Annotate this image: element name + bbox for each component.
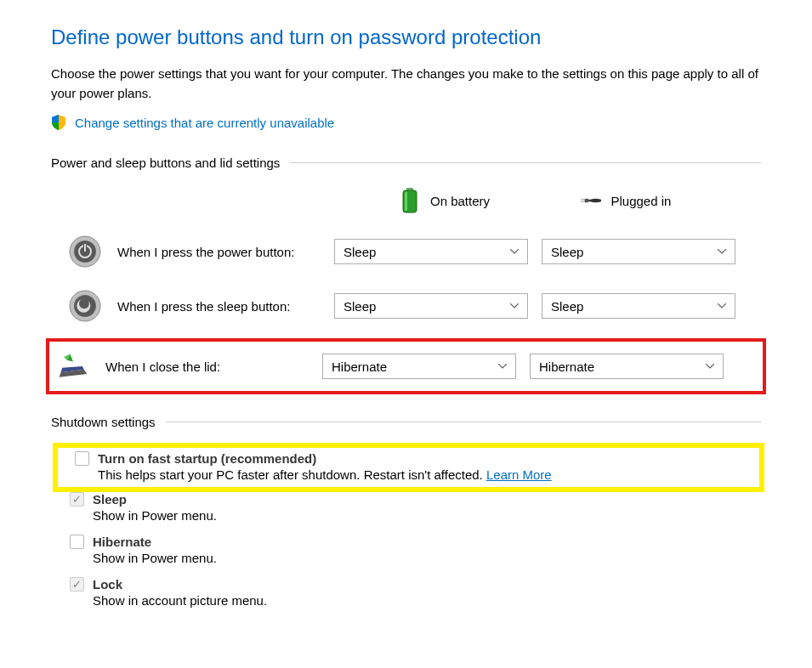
sleep-checkbox[interactable]: ✓ — [70, 492, 84, 507]
chevron-down-icon — [706, 364, 714, 369]
learn-more-link[interactable]: Learn More — [486, 467, 552, 482]
chevron-down-icon — [510, 303, 519, 309]
on-battery-label: On battery — [430, 194, 490, 208]
select-value: Hibernate — [539, 359, 594, 374]
svg-rect-3 — [584, 199, 588, 203]
select-value: Sleep — [551, 299, 583, 314]
select-value: Hibernate — [332, 359, 387, 374]
sleep-label: Sleep — [93, 492, 127, 507]
chevron-down-icon — [510, 249, 519, 254]
svg-rect-2 — [405, 192, 407, 211]
chevron-down-icon — [498, 364, 507, 369]
power-button-label: When I press the power button: — [117, 245, 334, 259]
change-settings-link-row[interactable]: Change settings that are currently unava… — [51, 115, 761, 130]
power-button-plugged-select[interactable]: Sleep — [542, 239, 735, 264]
power-button-row: When I press the power button: Sleep Sle… — [51, 235, 761, 269]
power-button-icon — [68, 235, 102, 269]
fast-startup-checkbox[interactable] — [75, 451, 89, 466]
fast-startup-highlight: Turn on fast startup (recommended) This … — [56, 446, 761, 489]
shutdown-item-sleep: ✓ Sleep Show in Power menu. — [51, 492, 761, 523]
lock-checkbox[interactable]: ✓ — [70, 577, 84, 592]
hibernate-label: Hibernate — [93, 535, 151, 549]
section-title-power: Power and sleep buttons and lid settings — [51, 156, 290, 170]
shutdown-item-lock: ✓ Lock Show in account picture menu. — [51, 577, 761, 608]
hibernate-checkbox[interactable] — [70, 535, 84, 549]
lock-label: Lock — [93, 577, 122, 592]
shutdown-section-header: Shutdown settings — [51, 415, 761, 429]
change-settings-link[interactable]: Change settings that are currently unava… — [75, 116, 334, 130]
plugged-in-label: Plugged in — [611, 194, 672, 208]
sleep-desc: Show in Power menu. — [93, 508, 761, 523]
shield-icon — [51, 115, 66, 130]
lock-desc: Show in account picture menu. — [93, 593, 761, 608]
close-lid-row: When I close the lid: Hibernate Hibernat… — [51, 343, 761, 389]
page-subtitle: Choose the power settings that you want … — [51, 65, 761, 103]
divider-line — [290, 162, 761, 163]
sleep-button-icon — [68, 289, 102, 323]
close-lid-plugged-select[interactable]: Hibernate — [530, 354, 724, 379]
select-value: Sleep — [344, 299, 376, 314]
power-sleep-section-header: Power and sleep buttons and lid settings — [51, 156, 761, 170]
close-lid-battery-select[interactable]: Hibernate — [322, 354, 516, 379]
sleep-button-plugged-select[interactable]: Sleep — [542, 293, 735, 319]
chevron-down-icon — [718, 249, 726, 254]
section-title-shutdown: Shutdown settings — [51, 415, 166, 429]
chevron-down-icon — [718, 303, 726, 309]
power-button-battery-select[interactable]: Sleep — [334, 239, 528, 264]
sleep-button-row: When I press the sleep button: Sleep Sle… — [51, 289, 761, 323]
plug-icon — [581, 187, 601, 214]
divider-line — [166, 422, 761, 422]
shutdown-item-hibernate: Hibernate Show in Power menu. — [51, 535, 761, 565]
select-value: Sleep — [551, 245, 583, 259]
close-lid-label: When I close the lid: — [105, 359, 322, 374]
laptop-lid-icon — [56, 349, 90, 383]
sleep-button-battery-select[interactable]: Sleep — [334, 293, 528, 319]
battery-icon — [400, 187, 420, 214]
fast-startup-desc: This helps start your PC faster after sh… — [98, 467, 486, 482]
fast-startup-label: Turn on fast startup (recommended) — [98, 451, 316, 466]
select-value: Sleep — [344, 245, 376, 259]
page-title: Define power buttons and turn on passwor… — [51, 25, 761, 49]
columns-header: On battery Plugged in — [51, 187, 761, 214]
sleep-button-label: When I press the sleep button: — [117, 299, 334, 314]
hibernate-desc: Show in Power menu. — [93, 551, 761, 565]
